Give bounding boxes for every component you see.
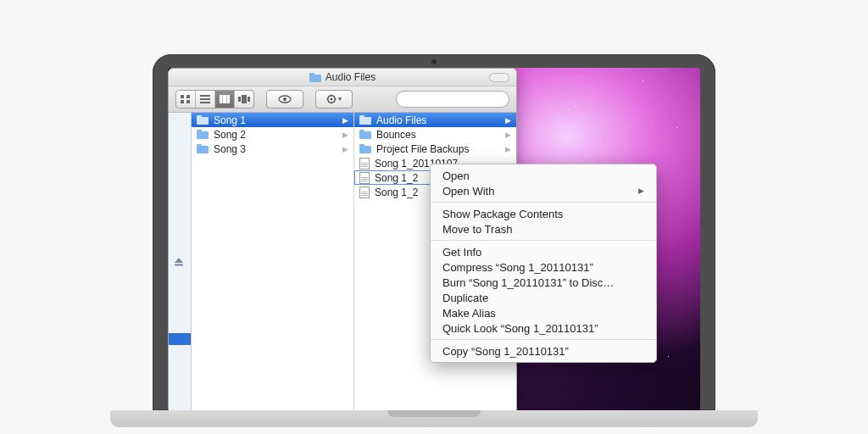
svg-rect-8: [224, 95, 226, 103]
context-menu-item-label: Open With: [442, 185, 494, 198]
view-columns-button[interactable]: [215, 91, 235, 108]
eject-icon[interactable]: [174, 257, 184, 267]
laptop-bezel: Audio Files: [153, 54, 715, 410]
context-menu-item[interactable]: Copy “Song 1_20110131”: [431, 343, 656, 359]
list-item-label: Song 3: [214, 143, 337, 155]
list-item-label: Project File Backups: [376, 143, 500, 155]
context-menu-item[interactable]: Show Package Contents: [431, 206, 656, 221]
svg-rect-5: [200, 98, 210, 100]
svg-rect-0: [181, 95, 184, 98]
gear-icon: [326, 94, 342, 104]
svg-rect-1: [186, 95, 190, 98]
chevron-right-icon: ▶: [505, 145, 513, 153]
context-menu: OpenOpen With▶Show Package ContentsMove …: [430, 164, 657, 363]
list-item[interactable]: Bounces▶: [354, 127, 516, 142]
chevron-right-icon: ▶: [342, 116, 350, 125]
folder-icon: [197, 130, 209, 139]
list-item-label: Song 2: [214, 129, 337, 141]
toolbar-pill-button[interactable]: [489, 73, 509, 82]
folder-icon: [197, 144, 209, 153]
search-field[interactable]: [396, 91, 509, 108]
svg-line-21: [328, 96, 329, 97]
view-icon-button[interactable]: [176, 91, 196, 108]
document-icon: [359, 186, 370, 198]
svg-point-16: [331, 98, 333, 101]
context-menu-item[interactable]: Move to Trash: [431, 221, 656, 236]
context-menu-item[interactable]: Get Info: [431, 244, 656, 259]
svg-rect-9: [227, 95, 230, 103]
svg-marker-28: [175, 258, 183, 263]
svg-rect-12: [248, 97, 250, 102]
context-menu-item-label: Move to Trash: [442, 223, 512, 236]
svg-line-22: [334, 102, 335, 103]
chevron-right-icon: ▶: [638, 186, 644, 195]
finder-toolbar: [169, 86, 516, 113]
document-icon: [359, 158, 370, 170]
context-menu-item-label: Burn “Song 1_20110131” to Disc…: [442, 276, 614, 289]
list-item-label: Song 1: [214, 114, 337, 126]
context-menu-item[interactable]: Quick Look “Song 1_20110131”: [431, 320, 656, 336]
finder-column[interactable]: Song 1▶Song 2▶Song 3▶: [192, 113, 354, 410]
context-menu-item-label: Compress “Song 1_20110131”: [442, 261, 593, 274]
finder-titlebar[interactable]: Audio Files: [169, 69, 516, 86]
svg-rect-7: [220, 95, 222, 103]
list-item[interactable]: Song 3▶: [192, 142, 353, 156]
context-menu-item-label: Quick Look “Song 1_20110131”: [442, 322, 598, 335]
context-menu-item[interactable]: Burn “Song 1_20110131” to Disc…: [431, 275, 656, 290]
folder-icon: [359, 115, 371, 125]
svg-line-24: [328, 102, 329, 103]
svg-rect-2: [181, 100, 184, 103]
svg-rect-10: [238, 97, 241, 102]
window-title: Audio Files: [309, 71, 376, 83]
window-title-text: Audio Files: [326, 71, 376, 83]
context-menu-item[interactable]: Make Alias: [431, 305, 656, 320]
eye-icon: [278, 95, 292, 103]
context-menu-item-label: Get Info: [442, 246, 481, 259]
context-menu-item-label: Show Package Contents: [442, 208, 563, 220]
quicklook-button[interactable]: [266, 90, 303, 108]
context-menu-item-label: Copy “Song 1_20110131”: [442, 345, 569, 358]
folder-icon: [197, 115, 209, 125]
document-icon: [359, 172, 370, 184]
chevron-right-icon: ▶: [342, 131, 350, 139]
folder-icon: [359, 144, 371, 153]
sidebar-selection: [169, 333, 191, 345]
folder-icon: [359, 130, 371, 139]
svg-rect-3: [186, 100, 190, 103]
svg-rect-6: [200, 102, 210, 103]
laptop-mockup: Audio Files: [153, 54, 715, 410]
svg-rect-11: [242, 95, 247, 103]
svg-line-23: [334, 96, 335, 97]
list-item-label: Audio Files: [376, 114, 500, 126]
list-item[interactable]: Project File Backups▶: [354, 142, 516, 156]
finder-sidebar[interactable]: [169, 113, 192, 410]
view-mode-segmented: [175, 90, 254, 108]
chevron-right-icon: ▶: [342, 145, 350, 153]
search-input[interactable]: [405, 94, 509, 104]
laptop-camera: [431, 59, 437, 64]
laptop-base: [110, 410, 758, 427]
context-menu-item[interactable]: Duplicate: [431, 290, 656, 305]
context-menu-item[interactable]: Compress “Song 1_20110131”: [431, 259, 656, 275]
list-item[interactable]: Song 2▶: [192, 127, 353, 142]
list-item-label: Bounces: [376, 129, 500, 141]
list-item[interactable]: Song 1▶: [192, 113, 353, 127]
view-list-button[interactable]: [196, 91, 215, 108]
svg-point-14: [283, 97, 287, 101]
svg-rect-29: [175, 264, 183, 266]
context-menu-item[interactable]: Open With▶: [431, 183, 656, 198]
view-coverflow-button[interactable]: [235, 91, 253, 108]
svg-marker-25: [338, 97, 342, 101]
folder-icon: [309, 73, 321, 82]
context-menu-item[interactable]: Open: [431, 168, 656, 183]
laptop-screen: Audio Files: [168, 68, 700, 410]
action-menu-button[interactable]: [315, 90, 353, 108]
chevron-right-icon: ▶: [505, 131, 513, 139]
list-item[interactable]: Audio Files▶: [354, 113, 516, 127]
context-menu-item-label: Make Alias: [442, 307, 496, 320]
svg-rect-4: [200, 95, 210, 97]
context-menu-item-label: Duplicate: [442, 292, 488, 304]
context-menu-item-label: Open: [442, 170, 470, 182]
chevron-right-icon: ▶: [505, 116, 513, 125]
